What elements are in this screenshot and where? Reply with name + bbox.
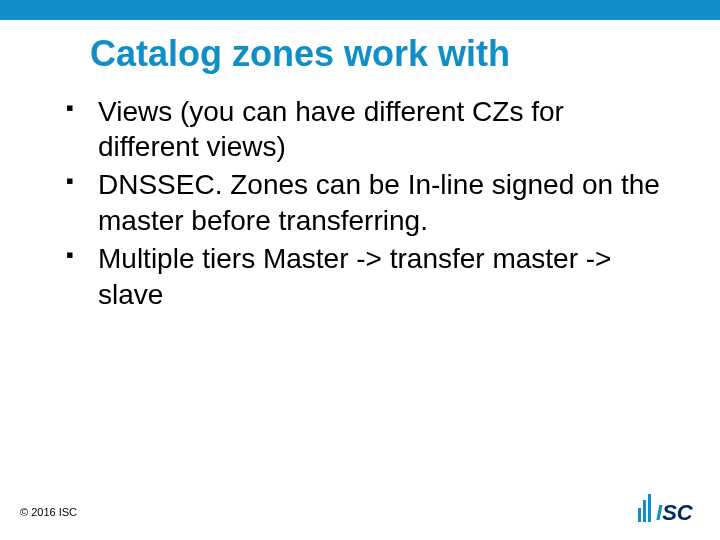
- slide-footer: © 2016 ISC ISC: [20, 486, 700, 526]
- slide-title: Catalog zones work with: [90, 34, 680, 74]
- logo-text: ISC: [656, 500, 693, 526]
- logo-letter-s: S: [662, 500, 677, 525]
- isc-logo: ISC: [638, 486, 700, 526]
- bullet-item: DNSSEC. Zones can be In-line signed on t…: [60, 167, 660, 239]
- slide: Catalog zones work with Views (you can h…: [0, 0, 720, 540]
- logo-letter-c: C: [677, 500, 693, 525]
- accent-top-bar: [0, 0, 720, 20]
- copyright-text: © 2016 ISC: [20, 506, 77, 518]
- bullet-item: Multiple tiers Master -> transfer master…: [60, 241, 660, 313]
- bullet-item: Views (you can have different CZs for di…: [60, 94, 660, 166]
- logo-bars-icon: [638, 492, 656, 522]
- bullet-list: Views (you can have different CZs for di…: [60, 94, 660, 313]
- slide-body: Views (you can have different CZs for di…: [60, 94, 660, 313]
